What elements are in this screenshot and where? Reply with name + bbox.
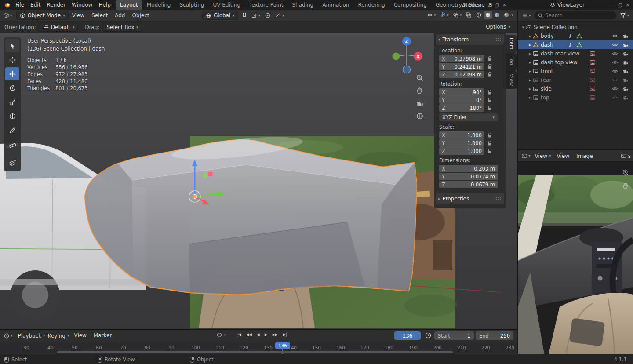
tool-scale[interactable] xyxy=(5,95,19,109)
workspace-tab-shading[interactable]: Shading xyxy=(287,0,318,10)
tool-measure[interactable] xyxy=(5,138,19,151)
menu-window[interactable]: Window xyxy=(69,0,95,10)
outliner-display-mode-dropdown[interactable]: ▾ xyxy=(520,11,532,19)
transform-panel-header[interactable]: ▾ Transform xyxy=(436,34,504,45)
xray-toggle[interactable] xyxy=(464,11,473,19)
sidebar-tab-view[interactable]: View xyxy=(506,71,517,89)
tool-transform[interactable] xyxy=(5,109,19,123)
workspace-tab-uv-editing[interactable]: UV Editing xyxy=(208,0,245,10)
lock-icon[interactable] xyxy=(487,56,492,62)
tool-cursor[interactable] xyxy=(5,53,19,66)
orientation-dropdown[interactable]: Default ▾ xyxy=(40,23,78,32)
unlink-scene-icon[interactable]: × xyxy=(502,2,508,8)
nav-axis-negz-ball[interactable] xyxy=(403,66,411,73)
disable-render-camera-icon[interactable] xyxy=(622,95,629,101)
image-data-icon[interactable] xyxy=(589,86,596,92)
timeline-ruler[interactable]: 30 40 50 60 70 80 90 100 110 120 130 140… xyxy=(0,342,517,354)
sidebar-tab-item[interactable]: Item xyxy=(506,35,517,53)
hide-eye-closed-icon[interactable] xyxy=(612,95,618,101)
shading-rendered-button[interactable] xyxy=(502,11,511,19)
workspace-tab-animation[interactable]: Animation xyxy=(318,0,353,10)
pin-icon[interactable] xyxy=(487,2,492,8)
scene-name[interactable]: Scene xyxy=(469,2,485,8)
blender-logo-icon[interactable] xyxy=(4,1,11,8)
workspace-tab-texture-paint[interactable]: Texture Paint xyxy=(245,0,287,10)
disable-render-camera-icon[interactable] xyxy=(622,77,629,83)
rotation-y-field[interactable]: Y0° xyxy=(439,96,484,104)
expand-icon[interactable]: ▸ xyxy=(528,60,533,65)
disable-render-camera-icon[interactable] xyxy=(622,59,629,66)
camera-view-icon[interactable] xyxy=(416,99,424,107)
transform-orientation-dropdown[interactable]: Global ▾ xyxy=(202,11,238,20)
workspace-tab-compositing[interactable]: Compositing xyxy=(389,0,431,10)
image-menu-image[interactable]: Image xyxy=(574,150,596,162)
shading-wireframe-button[interactable] xyxy=(474,11,483,19)
expand-icon[interactable]: ▸ xyxy=(528,78,533,82)
workspace-tab-sculpting[interactable]: Sculpting xyxy=(175,0,208,10)
pan-hand-icon[interactable] xyxy=(416,87,424,95)
lock-icon[interactable] xyxy=(487,105,492,111)
panel-grip[interactable] xyxy=(494,197,501,200)
show-gizmos-toggle[interactable]: ▾ xyxy=(438,11,450,19)
prev-keyframe-button[interactable]: ◀◀ xyxy=(245,331,253,338)
new-scene-icon[interactable] xyxy=(494,2,500,8)
object-visibility-dropdown[interactable]: ▾ xyxy=(426,11,437,19)
viewport-menu-view[interactable]: View xyxy=(69,10,88,22)
rotation-x-field[interactable]: X90° xyxy=(439,88,484,96)
expand-icon[interactable]: ▸ xyxy=(528,95,533,100)
outliner-row-dash[interactable]: ▸ dash xyxy=(518,40,633,49)
timeline-scrollbar[interactable] xyxy=(57,351,453,353)
outliner-search[interactable] xyxy=(535,11,617,19)
hide-eye-icon[interactable] xyxy=(612,86,618,92)
hide-eye-closed-icon[interactable] xyxy=(612,77,618,83)
outliner-row-scene-collection[interactable]: ▾ Scene Collection xyxy=(518,23,633,32)
dimensions-y-field[interactable]: Y0.0774 m xyxy=(439,173,498,180)
show-overlays-toggle[interactable]: ▾ xyxy=(451,11,463,19)
options-dropdown[interactable]: Options ▾ xyxy=(484,23,512,31)
shading-material-button[interactable] xyxy=(493,11,502,19)
remove-viewlayer-icon[interactable]: × xyxy=(625,2,631,8)
outliner-filter-dropdown[interactable]: ▾ xyxy=(618,11,630,19)
play-button[interactable]: ▶ xyxy=(263,331,269,338)
image-data-icon[interactable] xyxy=(589,68,596,74)
tool-move[interactable] xyxy=(5,67,19,80)
mesh-data-icon[interactable] xyxy=(576,33,582,39)
expand-icon[interactable]: ▸ xyxy=(528,43,533,47)
location-z-field[interactable]: Z0.12398 m xyxy=(439,71,484,78)
location-y-field[interactable]: Y-0.24121 m xyxy=(439,63,484,70)
outliner-item-label[interactable]: body xyxy=(541,33,554,39)
hide-eye-icon[interactable] xyxy=(612,42,618,48)
modifier-wrench-icon[interactable] xyxy=(567,42,573,48)
zoom-icon[interactable] xyxy=(622,169,629,176)
timeline-menu-marker[interactable]: Marker xyxy=(90,330,115,342)
lock-icon[interactable] xyxy=(487,148,492,154)
ortho-toggle-icon[interactable] xyxy=(416,112,424,120)
viewport-menu-add[interactable]: Add xyxy=(111,10,128,22)
outliner-row-front[interactable]: ▸ front xyxy=(518,67,633,76)
editor-type-button[interactable]: ▾ xyxy=(2,11,14,19)
image-name-label[interactable]: s xyxy=(628,153,631,159)
auto-key-record-icon[interactable] xyxy=(216,332,222,338)
hide-eye-icon[interactable] xyxy=(612,33,618,39)
outliner-item-label[interactable]: front xyxy=(541,68,553,74)
shading-solid-button[interactable] xyxy=(484,11,492,19)
outliner-row-dash-top-view[interactable]: ▸ dash top view xyxy=(518,58,633,67)
outliner-row-rear[interactable]: ▸ rear xyxy=(518,76,633,84)
proportional-edit-toggle[interactable] xyxy=(263,11,272,19)
hide-eye-icon[interactable] xyxy=(612,68,618,74)
outliner-item-label[interactable]: side xyxy=(541,86,552,92)
tool-add-cube[interactable] xyxy=(5,156,19,169)
outliner-row-dash-rear-view[interactable]: ▸ dash rear view xyxy=(518,49,633,58)
dimensions-x-field[interactable]: X0.203 m xyxy=(439,165,498,172)
outliner-item-label[interactable]: dash xyxy=(541,42,553,48)
outliner-item-label[interactable]: dash top view xyxy=(541,59,578,66)
playback-menu[interactable]: Playback ▾ xyxy=(17,332,47,340)
outliner-row-side[interactable]: ▸ side xyxy=(518,84,633,93)
next-keyframe-button[interactable]: ▶▶ xyxy=(271,331,279,338)
mesh-data-icon[interactable] xyxy=(576,42,582,48)
frame-start-field[interactable]: Start 1 xyxy=(434,331,474,340)
jump-to-start-button[interactable]: |◀ xyxy=(236,331,242,338)
expand-icon[interactable]: ▸ xyxy=(528,69,533,73)
lock-icon[interactable] xyxy=(487,72,492,77)
gizmo-plane-handle-green[interactable] xyxy=(203,174,207,178)
